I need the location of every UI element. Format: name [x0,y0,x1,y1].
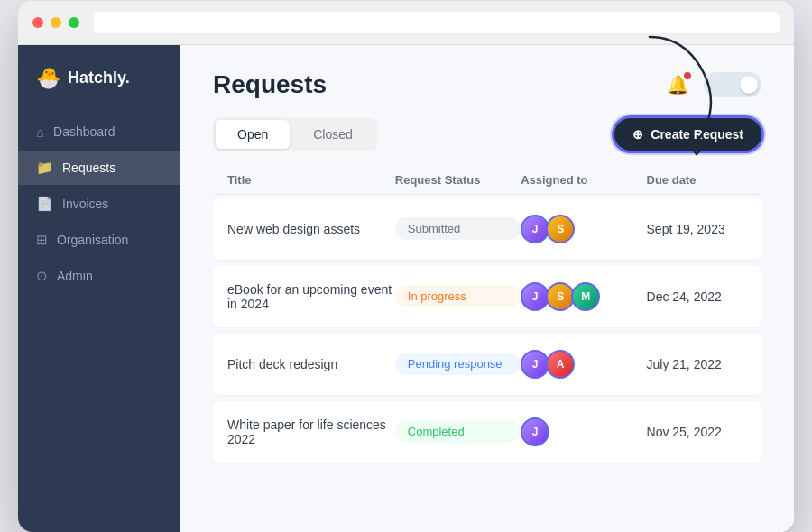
col-due: Due date [647,173,747,187]
due-date-2: Dec 24, 2022 [647,289,747,304]
due-date-1: Sept 19, 2023 [647,222,747,236]
sidebar-item-admin[interactable]: ⊙ Admin [18,259,180,293]
browser-toolbar [18,1,794,45]
main-header: Requests 🔔 [180,45,794,117]
sidebar-item-organisation[interactable]: ⊞ Organisation [18,223,180,257]
avatar: M [571,282,600,311]
app-layout: 🐣 Hatchly. ⌂ Dashboard 📁 Requests 📄 Invo… [18,45,794,532]
sidebar-item-dashboard[interactable]: ⌂ Dashboard [18,115,180,149]
avatars-2: J S M [521,282,646,311]
sidebar-item-requests[interactable]: 📁 Requests [18,151,180,185]
create-request-button[interactable]: ⊕ Create Request [614,118,761,151]
table-header: Title Request Status Assigned to Due dat… [213,166,761,195]
status-badge-4: Completed [395,420,521,443]
notification-bell[interactable]: 🔔 [667,74,689,96]
avatars-1: J S [521,215,646,243]
col-assigned: Assigned to [521,173,646,187]
sidebar-label-organisation: Organisation [57,233,128,247]
page-title: Requests [213,70,327,99]
sidebar-item-invoices[interactable]: 📄 Invoices [18,187,180,221]
organisation-icon: ⊞ [36,232,48,248]
logo: 🐣 Hatchly. [18,67,180,115]
toggle-switch[interactable] [704,72,761,97]
table-wrapper: Title Request Status Assigned to Due dat… [180,166,794,463]
browser-window: 🐣 Hatchly. ⌂ Dashboard 📁 Requests 📄 Invo… [18,1,794,532]
close-dot[interactable] [32,17,43,28]
logo-icon: 🐣 [36,67,60,90]
invoices-icon: 📄 [36,196,53,212]
admin-icon: ⊙ [36,268,48,284]
tab-bar: Open Closed ⊕ Create Request [180,117,794,166]
logo-text: Hatchly. [68,69,130,87]
tabs: Open Closed [213,117,377,151]
sidebar-label-invoices: Invoices [62,197,108,211]
create-request-label: Create Request [651,127,743,142]
tab-open[interactable]: Open [216,120,290,149]
table-row[interactable]: eBook for an upcoming event in 2024 In p… [213,266,761,328]
main-content: Requests 🔔 Open Closed ⊕ Create Re [180,45,794,532]
notification-dot [684,72,691,79]
row-title-3: Pitch deck redesign [227,357,395,371]
sidebar-nav: ⌂ Dashboard 📁 Requests 📄 Invoices ⊞ Orga… [18,115,180,293]
minimize-dot[interactable] [51,17,61,28]
row-title-4: White paper for life sciences 2022 [227,417,395,446]
avatar: J [521,417,549,446]
header-right: 🔔 [667,72,761,97]
sidebar-label-dashboard: Dashboard [53,124,115,139]
avatars-4: J [521,417,646,446]
plus-circle-icon: ⊕ [632,127,643,142]
col-title: Title [227,173,395,187]
status-badge-3: Pending response [395,353,521,375]
row-title-1: New web design assets [227,222,395,236]
due-date-3: July 21, 2022 [647,357,747,371]
status-badge-2: In progress [395,285,521,307]
avatars-3: J A [521,350,646,379]
sidebar: 🐣 Hatchly. ⌂ Dashboard 📁 Requests 📄 Invo… [18,45,180,532]
avatar: S [546,215,575,243]
avatar: A [546,350,575,379]
url-bar[interactable] [94,12,780,33]
table-row[interactable]: White paper for life sciences 2022 Compl… [213,401,761,463]
sidebar-label-admin: Admin [57,269,93,283]
row-title-2: eBook for an upcoming event in 2024 [227,282,395,311]
sidebar-label-requests: Requests [62,161,115,175]
requests-icon: 📁 [36,160,53,176]
status-badge-1: Submitted [395,217,521,240]
col-status: Request Status [395,173,521,187]
table-row[interactable]: Pitch deck redesign Pending response J A… [213,334,761,396]
due-date-4: Nov 25, 2022 [647,425,747,439]
table-row[interactable]: New web design assets Submitted J S Sept… [213,198,761,261]
dashboard-icon: ⌂ [36,124,44,140]
tab-closed[interactable]: Closed [291,120,374,149]
maximize-dot[interactable] [69,17,79,28]
